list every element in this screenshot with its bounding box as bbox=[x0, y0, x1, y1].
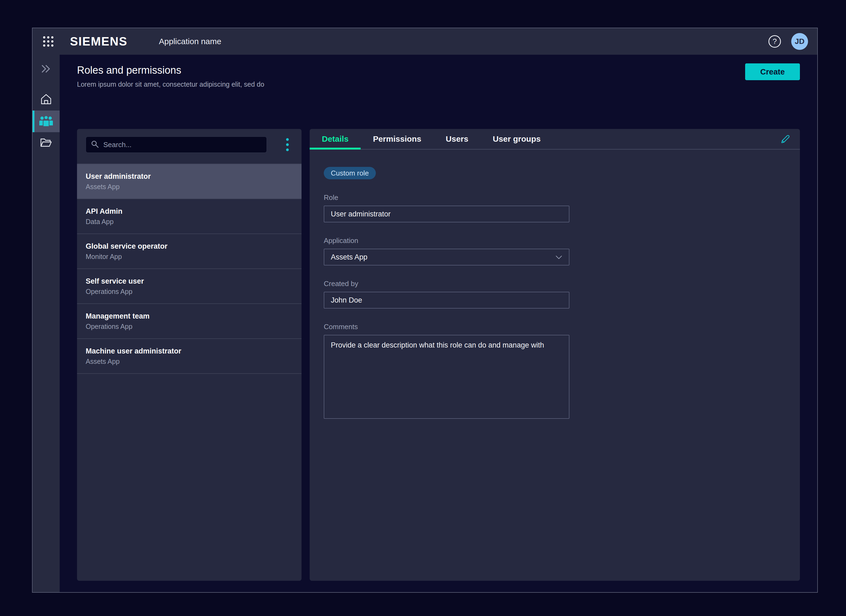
avatar[interactable]: JD bbox=[791, 33, 808, 50]
role-list: User administrator Assets App API Admin … bbox=[77, 164, 302, 374]
role-field: Role bbox=[324, 194, 786, 222]
app-window: SIEMENS Application name ? JD bbox=[32, 28, 818, 593]
tab-details[interactable]: Details bbox=[310, 129, 360, 149]
detail-tabs: Details Permissions Users User groups bbox=[310, 129, 800, 150]
edit-pencil-icon[interactable] bbox=[779, 133, 792, 145]
comments-field: Comments Provide a clear description wha… bbox=[324, 323, 786, 420]
double-chevron-right-icon bbox=[40, 64, 52, 75]
application-select[interactable]: Assets App bbox=[324, 249, 569, 265]
sidebar-item-projects[interactable] bbox=[32, 132, 60, 154]
role-name: Global service operator bbox=[86, 242, 293, 251]
roles-list-panel: User administrator Assets App API Admin … bbox=[77, 129, 302, 581]
created-by-input[interactable] bbox=[324, 292, 569, 308]
panels: User administrator Assets App API Admin … bbox=[77, 129, 800, 581]
top-bar: SIEMENS Application name ? JD bbox=[32, 28, 817, 55]
users-icon bbox=[39, 115, 53, 128]
comments-field-label: Comments bbox=[324, 323, 786, 331]
main-content: Roles and permissions Lorem ipsum dolor … bbox=[60, 55, 817, 592]
page-subtitle: Lorem ipsum dolor sit amet, consectetur … bbox=[77, 81, 800, 88]
page-title: Roles and permissions bbox=[77, 65, 800, 76]
chevron-down-icon bbox=[555, 253, 562, 261]
search-row bbox=[77, 129, 302, 164]
role-list-item[interactable]: Machine user administrator Assets App bbox=[77, 339, 302, 374]
search-box bbox=[86, 136, 267, 153]
app-launcher-icon[interactable] bbox=[42, 35, 55, 48]
detail-form: Custom role Role Application Assets App bbox=[310, 150, 800, 420]
tab-users[interactable]: Users bbox=[434, 129, 481, 149]
role-list-item[interactable]: Management team Operations App bbox=[77, 304, 302, 339]
role-app: Assets App bbox=[86, 358, 293, 365]
tab-user-groups[interactable]: User groups bbox=[481, 129, 553, 149]
role-name: Management team bbox=[86, 312, 293, 320]
page-header: Roles and permissions Lorem ipsum dolor … bbox=[77, 55, 800, 88]
home-icon bbox=[40, 94, 52, 106]
role-list-item[interactable]: Global service operator Monitor App bbox=[77, 234, 302, 269]
sidebar-item-users[interactable] bbox=[32, 110, 60, 132]
list-options-kebab-icon[interactable] bbox=[282, 137, 293, 152]
sidebar-item-home[interactable] bbox=[32, 89, 60, 110]
role-name: User administrator bbox=[86, 172, 293, 181]
search-input[interactable] bbox=[103, 140, 262, 149]
role-app: Operations App bbox=[86, 288, 293, 296]
role-field-label: Role bbox=[324, 194, 786, 202]
role-app: Monitor App bbox=[86, 253, 293, 261]
header-actions: ? JD bbox=[768, 33, 808, 50]
role-app: Assets App bbox=[86, 183, 293, 191]
siemens-logo: SIEMENS bbox=[70, 35, 128, 48]
application-name: Application name bbox=[159, 37, 221, 46]
role-name: Machine user administrator bbox=[86, 347, 293, 355]
role-input[interactable] bbox=[324, 205, 569, 222]
application-field-label: Application bbox=[324, 236, 786, 245]
tab-permissions[interactable]: Permissions bbox=[360, 129, 433, 149]
role-name: API Admin bbox=[86, 207, 293, 216]
application-select-value: Assets App bbox=[331, 253, 368, 261]
role-detail-panel: Details Permissions Users User groups Cu… bbox=[310, 129, 800, 581]
role-list-item[interactable]: API Admin Data App bbox=[77, 199, 302, 234]
created-by-field: Created by bbox=[324, 280, 786, 308]
role-app: Data App bbox=[86, 218, 293, 226]
help-icon[interactable]: ? bbox=[768, 35, 781, 48]
created-by-field-label: Created by bbox=[324, 280, 786, 288]
folder-icon bbox=[40, 137, 52, 149]
comments-textarea[interactable]: Provide a clear description what this ro… bbox=[324, 335, 569, 419]
sidebar-expand-button[interactable] bbox=[32, 59, 60, 80]
application-field: Application Assets App bbox=[324, 236, 786, 265]
search-icon bbox=[91, 140, 99, 149]
role-app: Operations App bbox=[86, 323, 293, 330]
create-button[interactable]: Create bbox=[745, 63, 800, 80]
role-name: Self service user bbox=[86, 277, 293, 286]
role-list-item[interactable]: Self service user Operations App bbox=[77, 269, 302, 304]
sidebar bbox=[32, 55, 60, 592]
role-list-item[interactable]: User administrator Assets App bbox=[77, 164, 302, 199]
custom-role-badge: Custom role bbox=[324, 167, 376, 179]
